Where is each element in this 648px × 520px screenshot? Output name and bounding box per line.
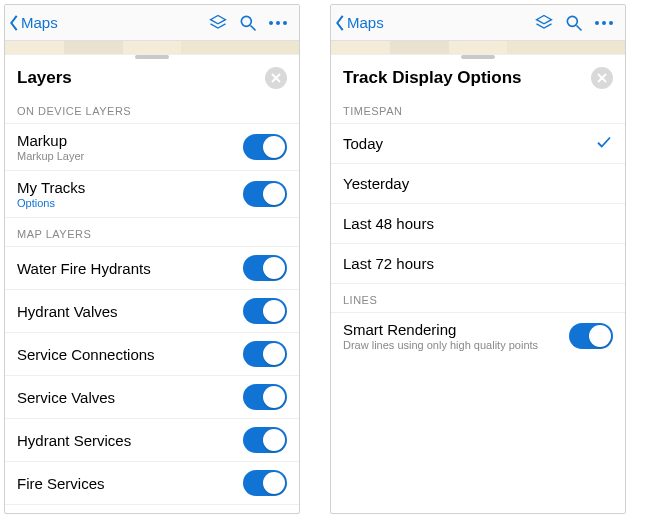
toggle-mytracks[interactable] — [243, 181, 287, 207]
close-button[interactable] — [265, 67, 287, 89]
svg-line-7 — [577, 25, 582, 30]
toggle[interactable] — [243, 341, 287, 367]
search-icon[interactable] — [233, 8, 263, 38]
map-preview — [331, 41, 625, 55]
toggle[interactable] — [243, 255, 287, 281]
toggle[interactable] — [243, 470, 287, 496]
section-device-layers: ON DEVICE LAYERS — [5, 101, 299, 123]
row-options-link[interactable]: Options — [17, 197, 85, 209]
sheet-title: Track Display Options — [343, 68, 522, 88]
row-title: Today — [343, 135, 383, 152]
toggle-markup[interactable] — [243, 134, 287, 160]
close-icon — [597, 73, 607, 83]
section-timespan: TIMESPAN — [331, 101, 625, 123]
row-title: Water Fire Hydrants — [17, 260, 151, 277]
layer-row[interactable]: Fire Services — [5, 461, 299, 504]
row-title: Yesterday — [343, 175, 409, 192]
row-subtitle: Markup Layer — [17, 150, 84, 162]
layer-row-mytracks[interactable]: My Tracks Options — [5, 170, 299, 217]
toggle[interactable] — [243, 427, 287, 453]
layer-row[interactable]: Water Fire Hydrants — [5, 246, 299, 289]
row-title: Service Valves — [17, 389, 115, 406]
layers-icon[interactable] — [203, 8, 233, 38]
svg-line-2 — [251, 25, 256, 30]
section-map-layers: MAP LAYERS — [5, 217, 299, 246]
layer-row[interactable]: Hydrant Valves — [5, 289, 299, 332]
sheet-title: Layers — [17, 68, 72, 88]
svg-marker-0 — [211, 15, 226, 23]
more-icon[interactable] — [589, 8, 619, 38]
timespan-option-72h[interactable]: Last 72 hours — [331, 243, 625, 283]
row-title: Smart Rendering — [343, 321, 538, 338]
layer-row[interactable]: Hydrant Services — [5, 418, 299, 461]
map-preview — [5, 41, 299, 55]
layer-row[interactable]: Service Connections — [5, 332, 299, 375]
timespan-option-yesterday[interactable]: Yesterday — [331, 163, 625, 203]
close-button[interactable] — [591, 67, 613, 89]
row-title: Last 48 hours — [343, 215, 434, 232]
toggle[interactable] — [243, 298, 287, 324]
close-icon — [271, 73, 281, 83]
svg-marker-5 — [537, 15, 552, 23]
sheet-header: Track Display Options — [331, 55, 625, 101]
back-label: Maps — [21, 14, 58, 31]
navbar: Maps — [331, 5, 625, 41]
timespan-option-today[interactable]: Today — [331, 123, 625, 163]
row-subtitle: Draw lines using only high quality point… — [343, 339, 538, 351]
toggle-smart-rendering[interactable] — [569, 323, 613, 349]
row-title: Service Connections — [17, 346, 155, 363]
row-title: Markup — [17, 132, 84, 149]
timespan-option-48h[interactable]: Last 48 hours — [331, 203, 625, 243]
row-title: Fire Services — [17, 475, 105, 492]
layer-row[interactable]: Commercial Services — [5, 504, 299, 513]
sheet-header: Layers — [5, 55, 299, 101]
layers-panel: Maps Layers ON DEVICE LAYERS Markup Mark… — [4, 4, 300, 514]
svg-point-1 — [241, 16, 251, 26]
row-title: Last 72 hours — [343, 255, 434, 272]
navbar: Maps — [5, 5, 299, 41]
chevron-left-icon — [333, 14, 347, 32]
back-label: Maps — [347, 14, 384, 31]
row-title: Hydrant Services — [17, 432, 131, 449]
layer-row[interactable]: Service Valves — [5, 375, 299, 418]
svg-point-6 — [567, 16, 577, 26]
more-icon[interactable] — [263, 8, 293, 38]
checkmark-icon — [595, 133, 613, 155]
chevron-left-icon — [7, 14, 21, 32]
row-title: Hydrant Valves — [17, 303, 118, 320]
track-options-panel: Maps Track Display Options TIMESPAN Toda… — [330, 4, 626, 514]
section-lines: LINES — [331, 283, 625, 312]
toggle[interactable] — [243, 384, 287, 410]
layers-icon[interactable] — [529, 8, 559, 38]
back-button[interactable]: Maps — [7, 14, 58, 32]
smart-rendering-row[interactable]: Smart Rendering Draw lines using only hi… — [331, 312, 625, 359]
row-title: My Tracks — [17, 179, 85, 196]
back-button[interactable]: Maps — [333, 14, 384, 32]
layer-row-markup[interactable]: Markup Markup Layer — [5, 123, 299, 170]
search-icon[interactable] — [559, 8, 589, 38]
